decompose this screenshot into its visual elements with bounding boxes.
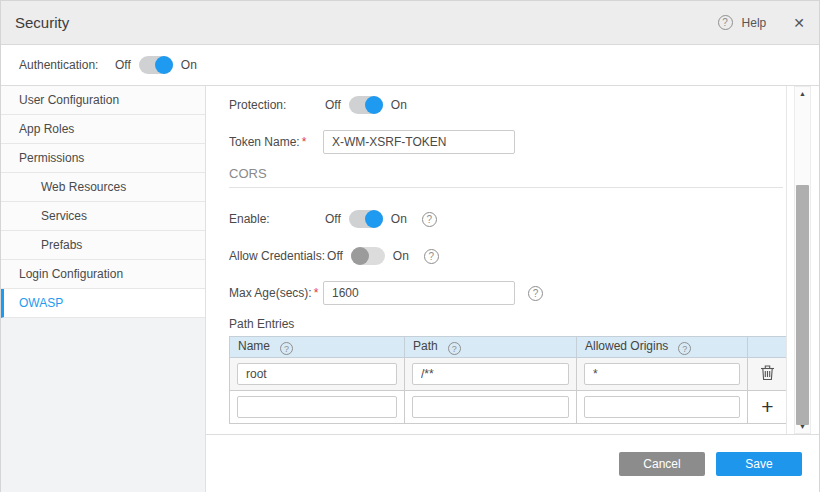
token-name-label: Token Name:*	[229, 135, 323, 149]
max-age-label: Max Age(secs):*	[229, 286, 323, 300]
max-age-input[interactable]	[323, 281, 515, 305]
protection-toggle[interactable]	[349, 96, 383, 114]
toggle-knob	[365, 210, 383, 228]
authentication-label: Authentication:	[19, 58, 113, 72]
column-header-path: Path?	[405, 337, 577, 358]
enable-on-label: On	[391, 212, 407, 226]
cors-divider	[229, 187, 783, 188]
allowed-origins-help-icon[interactable]: ?	[678, 342, 691, 355]
path-entries-title: Path Entries	[229, 317, 786, 331]
scroll-up-icon[interactable]: ▲	[795, 90, 810, 97]
plus-icon: +	[761, 395, 773, 418]
name-help-icon[interactable]: ?	[280, 342, 293, 355]
vertical-scrollbar[interactable]: ▲ ▼	[794, 86, 811, 434]
sidebar-item-owasp[interactable]: OWASP	[1, 289, 205, 318]
allow-credentials-off-label: Off	[327, 249, 343, 263]
row1-path-input[interactable]	[412, 363, 569, 385]
page-title: Security	[15, 14, 69, 31]
allow-credentials-on-label: On	[393, 249, 409, 263]
enable-label: Enable:	[229, 212, 323, 226]
enable-off-label: Off	[325, 212, 341, 226]
token-name-input[interactable]	[323, 130, 515, 154]
scrollbar-thumb[interactable]	[796, 185, 809, 425]
table-row	[230, 358, 788, 391]
allow-credentials-help-icon[interactable]: ?	[424, 249, 439, 264]
enable-help-icon[interactable]: ?	[422, 212, 437, 227]
max-age-help-icon[interactable]: ?	[528, 286, 543, 301]
sidebar-item-permissions[interactable]: Permissions	[1, 144, 205, 173]
scroll-down-icon[interactable]: ▼	[795, 423, 810, 430]
column-header-name: Name?	[230, 337, 405, 358]
cors-section-heading: CORS	[229, 166, 786, 181]
sidebar: User Configuration App Roles Permissions…	[1, 86, 206, 492]
sidebar-item-services[interactable]: Services	[1, 202, 205, 231]
sidebar-item-prefabs[interactable]: Prefabs	[1, 231, 205, 260]
authentication-on-label: On	[181, 58, 197, 72]
cancel-button[interactable]: Cancel	[619, 452, 705, 476]
trash-icon	[760, 364, 775, 381]
required-asterisk: *	[314, 286, 319, 300]
column-header-allowed-origins: Allowed Origins?	[577, 337, 748, 358]
authentication-toggle[interactable]	[139, 56, 173, 74]
sidebar-item-login-configuration[interactable]: Login Configuration	[1, 260, 205, 289]
row2-name-input[interactable]	[237, 396, 397, 418]
sidebar-item-web-resources[interactable]: Web Resources	[1, 173, 205, 202]
table-row: +	[230, 391, 788, 424]
owasp-settings-panel: Protection: Off On Token Name:* CORS Ena…	[206, 86, 787, 434]
help-link[interactable]: Help	[742, 16, 767, 30]
enable-toggle[interactable]	[349, 210, 383, 228]
protection-off-label: Off	[325, 98, 341, 112]
row2-path-input[interactable]	[412, 396, 569, 418]
toggle-knob	[155, 56, 173, 74]
allow-credentials-label: Allow Credentials:	[229, 249, 325, 263]
column-header-actions	[748, 337, 788, 358]
required-asterisk: *	[302, 135, 307, 149]
allow-credentials-toggle[interactable]	[351, 247, 385, 265]
add-row-button[interactable]: +	[748, 391, 788, 424]
protection-label: Protection:	[229, 98, 323, 112]
dialog-footer: Cancel Save	[206, 434, 819, 492]
path-help-icon[interactable]: ?	[448, 342, 461, 355]
authentication-off-label: Off	[115, 58, 131, 72]
help-icon[interactable]: ?	[718, 15, 733, 30]
protection-on-label: On	[391, 98, 407, 112]
row1-allowed-origins-input[interactable]	[584, 363, 740, 385]
toggle-knob	[351, 247, 369, 265]
close-icon[interactable]: ✕	[793, 15, 805, 31]
save-button[interactable]: Save	[716, 452, 802, 476]
sidebar-item-app-roles[interactable]: App Roles	[1, 115, 205, 144]
delete-row-button[interactable]	[748, 358, 788, 391]
row1-name-input[interactable]	[237, 363, 397, 385]
path-entries-table: Name? Path? Allowed Origins?	[229, 336, 787, 424]
authentication-bar: Authentication: Off On	[1, 45, 819, 86]
table-header-row: Name? Path? Allowed Origins?	[230, 337, 788, 358]
row2-allowed-origins-input[interactable]	[584, 396, 740, 418]
toggle-knob	[365, 96, 383, 114]
security-dialog: Security ? Help ✕ Authentication: Off On…	[0, 0, 820, 492]
dialog-header: Security ? Help ✕	[1, 1, 819, 45]
sidebar-item-user-configuration[interactable]: User Configuration	[1, 86, 205, 115]
